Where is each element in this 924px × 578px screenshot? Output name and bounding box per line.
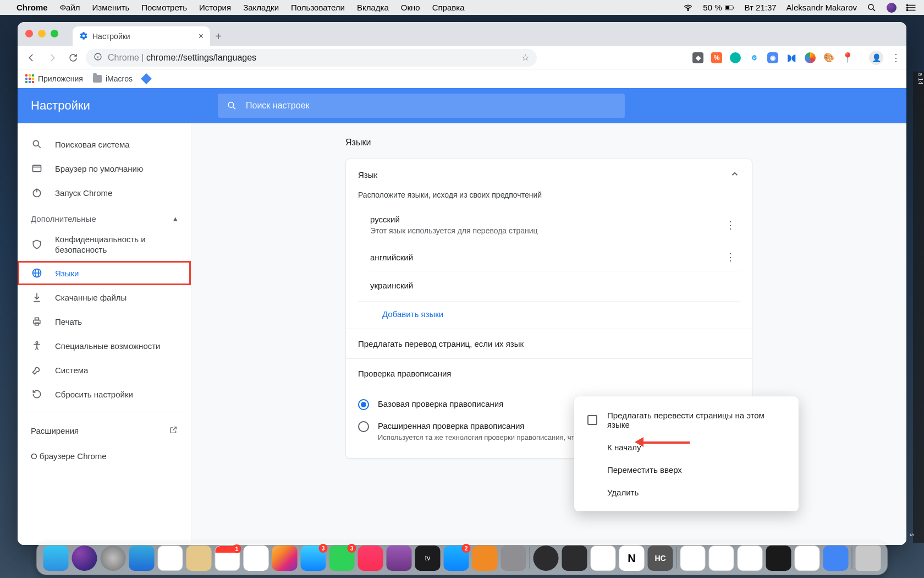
nav-printing[interactable]: Печать	[18, 309, 191, 334]
popup-offer-translate[interactable]: Предлагать перевести страницы на этом яз…	[574, 404, 799, 436]
nav-extensions[interactable]: Расширения	[18, 418, 191, 443]
dock-podcasts[interactable]	[387, 546, 412, 571]
ext-colorwheel-icon[interactable]	[805, 52, 816, 63]
dock-settings[interactable]	[501, 546, 526, 571]
dock-textedit[interactable]	[158, 546, 183, 571]
window-minimize-button[interactable]	[38, 30, 46, 37]
ext-pin-icon[interactable]: 📍	[842, 52, 853, 63]
dock-minimized-6[interactable]	[823, 546, 849, 571]
menubar-window[interactable]: Окно	[401, 3, 420, 12]
menubar-users[interactable]: Пользователи	[291, 3, 345, 12]
bookmark-star-icon[interactable]: ☆	[521, 52, 529, 63]
window-close-button[interactable]	[25, 30, 33, 37]
translate-toggle-row[interactable]: Предлагать перевод страниц, если их язык	[346, 329, 752, 358]
nav-downloads[interactable]: Скачанные файлы	[18, 285, 191, 309]
dock-contacts[interactable]	[186, 546, 212, 571]
siri-icon[interactable]	[887, 3, 897, 13]
folder-icon	[93, 75, 102, 83]
dock-minimized-4[interactable]	[766, 546, 791, 571]
ext-palette-icon[interactable]: 🎨	[823, 52, 834, 63]
dock-app-dark[interactable]	[562, 546, 587, 571]
nav-accessibility[interactable]: Специальные возможности	[18, 334, 191, 358]
menubar-clock[interactable]: Вт 21:37	[745, 3, 777, 12]
new-tab-button[interactable]: +	[210, 30, 227, 46]
nav-languages[interactable]: Языки	[18, 261, 191, 285]
dock-minimized-2[interactable]	[709, 546, 734, 571]
nav-reset[interactable]: Сбросить настройки	[18, 382, 191, 406]
language-more-button[interactable]: ⋮	[721, 251, 740, 263]
ext-gear-icon[interactable]: ⚙	[749, 52, 760, 63]
dock-finder[interactable]	[43, 546, 69, 571]
menubar-view[interactable]: Посмотреть	[141, 3, 187, 12]
popup-move-up[interactable]: Переместить вверх	[574, 459, 799, 481]
dock-tv[interactable]: tv	[415, 546, 441, 571]
dock-appstore[interactable]: 2	[444, 546, 469, 571]
tab-close-button[interactable]: ×	[199, 31, 204, 41]
bookmark-diamond[interactable]	[142, 75, 150, 83]
bookmark-imacros[interactable]: iMacros	[93, 74, 133, 83]
dock-books[interactable]	[472, 546, 498, 571]
ext-stack-icon[interactable]: ◆	[692, 52, 703, 63]
site-info-icon[interactable]	[94, 52, 102, 63]
nav-privacy[interactable]: Конфиденциальность и безопасность	[18, 228, 191, 261]
nav-about[interactable]: О браузере Chrome	[18, 443, 191, 468]
chrome-menu-button[interactable]: ⋮	[891, 52, 901, 64]
dock-photos[interactable]	[272, 546, 298, 571]
ext-blue-icon[interactable]: ◉	[767, 52, 778, 63]
dock-launchpad[interactable]	[101, 546, 126, 571]
settings-search-input[interactable]	[246, 101, 616, 111]
menubar-help[interactable]: Справка	[432, 3, 465, 12]
dock-siri[interactable]	[72, 546, 97, 571]
ext-orange-icon[interactable]: %	[711, 52, 722, 63]
dock-mail[interactable]: 3	[301, 546, 326, 571]
nav-advanced-toggle[interactable]: Дополнительные ▴	[18, 205, 191, 228]
active-tab[interactable]: Настройки ×	[73, 26, 210, 46]
dock-minimized-3[interactable]	[738, 546, 763, 571]
reload-button[interactable]	[65, 50, 81, 66]
menubar-app[interactable]: Chrome	[16, 3, 48, 12]
dock-minimized-5[interactable]	[795, 546, 820, 571]
battery-status[interactable]: 50 %	[703, 3, 734, 13]
menubar-edit[interactable]: Изменить	[92, 3, 130, 12]
omnibox[interactable]: Chrome | chrome://settings/languages ☆	[86, 49, 537, 67]
dock-minimized-1[interactable]	[680, 546, 706, 571]
menubar-history[interactable]: История	[199, 3, 231, 12]
checkbox-unchecked-icon[interactable]	[587, 415, 597, 425]
dock-messages[interactable]: 3	[329, 546, 355, 571]
menubar-bookmarks[interactable]: Закладки	[243, 3, 279, 12]
profile-avatar[interactable]: 👤	[869, 51, 883, 65]
dock-hc[interactable]: HC	[648, 546, 673, 571]
menubar-user[interactable]: Aleksandr Makarov	[787, 3, 857, 12]
add-language-button[interactable]: Добавить языки	[358, 301, 740, 329]
radio-checked-icon[interactable]	[358, 399, 369, 410]
notification-center-icon[interactable]	[906, 3, 916, 13]
language-row-ukrainian: украинский ⋮	[370, 271, 740, 299]
menubar-tab[interactable]: Вкладка	[357, 3, 389, 12]
dock-safari[interactable]	[129, 546, 155, 571]
nav-default-browser[interactable]: Браузер по умолчанию	[18, 156, 191, 181]
dock-music[interactable]	[358, 546, 383, 571]
menubar-file[interactable]: Файл	[60, 3, 80, 12]
language-card-header[interactable]: Язык	[346, 159, 752, 190]
radio-unchecked-icon[interactable]	[358, 421, 369, 432]
apps-shortcut[interactable]: Приложения	[25, 74, 83, 83]
nav-back-button[interactable]	[23, 50, 40, 66]
dock-terminal[interactable]	[534, 546, 559, 571]
dock-calendar[interactable]: 1	[215, 546, 240, 571]
nav-on-startup[interactable]: Запуск Chrome	[18, 181, 191, 205]
ext-teal-icon[interactable]	[730, 52, 741, 63]
ext-bracket-icon[interactable]: ◗◖	[786, 52, 797, 63]
language-more-button[interactable]: ⋮	[721, 219, 740, 231]
settings-search[interactable]	[218, 94, 625, 118]
nav-search-engine[interactable]: Поисковая система	[18, 132, 191, 156]
dock-trash[interactable]	[856, 546, 881, 571]
spotlight-icon[interactable]	[867, 3, 877, 13]
popup-remove[interactable]: Удалить	[574, 481, 799, 504]
dock-notion[interactable]: N	[619, 546, 645, 571]
wifi-icon[interactable]	[683, 3, 693, 13]
nav-forward-button[interactable]	[44, 50, 61, 66]
dock-chrome[interactable]	[591, 546, 616, 571]
nav-system[interactable]: Система	[18, 358, 191, 382]
dock-reminders[interactable]	[244, 546, 269, 571]
window-maximize-button[interactable]	[51, 30, 58, 37]
